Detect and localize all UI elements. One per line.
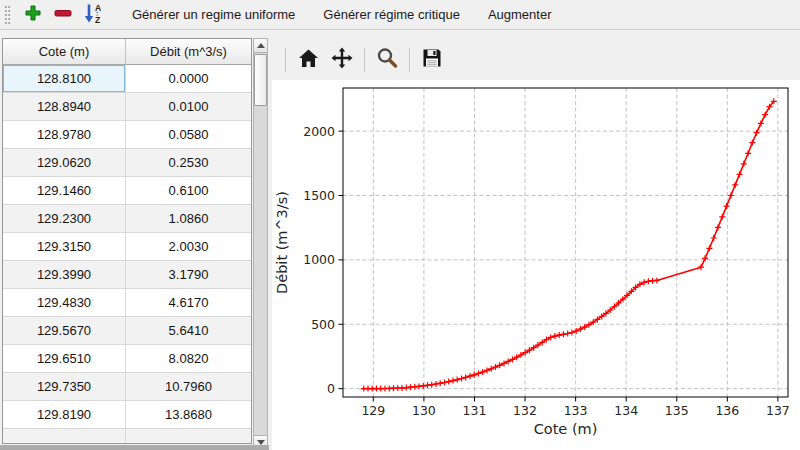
cell-cote[interactable]: 129.2300 [3,205,126,233]
table-bottom-edge [0,445,269,450]
data-series-line [364,101,774,388]
remove-row-button[interactable] [49,2,77,28]
y-axis-label: Débit (m^3/s) [274,191,290,294]
main-toolbar: A Z Générer un regime uniforme Générer r… [0,0,800,30]
cell-debit[interactable]: 1.0860 [126,205,251,233]
table-row: 128.97800.0580 [3,121,251,149]
cell-debit[interactable]: 5.6410 [126,317,251,345]
cell-cote[interactable]: 129.8190 [3,401,126,429]
scrollbar-thumb[interactable] [254,54,267,106]
y-tick-label: 2000 [303,124,335,139]
cell-cote[interactable]: 129.6510 [3,345,126,373]
table-row: 129.31502.0030 [3,233,251,261]
table-row [3,429,251,444]
x-tick-label: 136 [715,403,739,418]
plot-zoom-button[interactable] [372,45,402,75]
cell-debit[interactable]: 4.6170 [126,289,251,317]
axes-spines [343,88,788,397]
scrollbar-up-button[interactable] [254,39,267,53]
y-tick-label: 1000 [303,252,335,267]
cell-debit[interactable] [126,429,251,444]
x-tick-label: 134 [614,403,638,418]
x-tick-label: 135 [665,403,689,418]
x-tick-label: 130 [412,403,436,418]
augment-button[interactable]: Augmenter [477,3,563,27]
x-tick-label: 129 [361,403,385,418]
data-series-markers [361,98,777,391]
cell-cote[interactable]: 128.8940 [3,93,126,121]
table-row: 129.14600.6100 [3,177,251,205]
cell-cote[interactable]: 129.3990 [3,261,126,289]
cell-debit[interactable]: 0.0100 [126,93,251,121]
table-row: 129.819013.8680 [3,401,251,429]
cell-cote[interactable]: 129.0620 [3,149,126,177]
column-header-cote[interactable]: Cote (m) [3,39,126,65]
plot-canvas[interactable]: 1291301311321331341351361370500100015002… [272,80,800,450]
table-scrollbar[interactable] [253,38,268,450]
home-icon [297,47,320,74]
cell-debit[interactable]: 3.1790 [126,261,251,289]
y-tick-label: 500 [311,317,335,332]
cell-debit[interactable]: 13.8680 [126,401,251,429]
table-row: 129.48304.6170 [3,289,251,317]
cell-cote[interactable]: 129.5670 [3,317,126,345]
rating-curve-table: Cote (m) Débit (m^3/s) 128.81000.0000128… [2,38,252,444]
toolbar-drag-handle[interactable] [4,5,11,25]
plot-save-button[interactable] [417,45,447,75]
table-row: 129.06200.2530 [3,149,251,177]
cell-debit[interactable]: 10.7960 [126,373,251,401]
table-row: 129.23001.0860 [3,205,251,233]
cell-debit[interactable]: 0.2530 [126,149,251,177]
toolbar-separator [285,48,286,72]
table-row: 129.735010.7960 [3,373,251,401]
cell-cote[interactable]: 129.7350 [3,373,126,401]
table-header: Cote (m) Débit (m^3/s) [3,39,251,65]
minus-icon [53,3,73,27]
figure-canvas: 1291301311321331341351361370500100015002… [272,80,800,450]
plot-home-button[interactable] [293,45,323,75]
cell-cote[interactable]: 128.8100 [3,65,126,93]
cell-cote[interactable] [3,429,126,444]
svg-text:A: A [95,2,101,12]
table-body: 128.81000.0000128.89400.0100128.97800.05… [3,65,251,444]
x-tick-label: 132 [513,403,537,418]
y-tick-label: 1500 [303,188,335,203]
add-row-button[interactable] [19,2,47,28]
table-row: 129.65108.0820 [3,345,251,373]
cell-debit[interactable]: 0.0000 [126,65,251,93]
save-icon [421,47,443,73]
cell-cote[interactable]: 128.9780 [3,121,126,149]
cell-debit[interactable]: 8.0820 [126,345,251,373]
plus-icon [24,4,42,26]
sort-az-icon: A Z [82,2,104,28]
cell-cote[interactable]: 129.3150 [3,233,126,261]
plot-toolbar [280,44,449,76]
generate-uniform-regime-button[interactable]: Générer un regime uniforme [121,3,306,27]
plot-pan-button[interactable] [327,45,357,75]
y-tick-label: 0 [327,381,335,396]
table-row: 128.81000.0000 [3,65,251,93]
column-header-debit[interactable]: Débit (m^3/s) [126,39,251,65]
table-row: 128.89400.0100 [3,93,251,121]
x-tick-label: 137 [766,403,790,418]
table-row: 129.56705.6410 [3,317,251,345]
toolbar-separator [409,48,410,72]
toolbar-separator [364,48,365,72]
pan-icon [330,46,354,74]
cell-cote[interactable]: 129.4830 [3,289,126,317]
arrow-up-icon [257,43,265,48]
cell-debit[interactable]: 0.0580 [126,121,251,149]
x-axis-label: Cote (m) [534,421,598,437]
sort-button[interactable]: A Z [79,2,107,28]
table-row: 129.39903.1790 [3,261,251,289]
svg-text:Z: Z [95,15,100,24]
cell-debit[interactable]: 2.0030 [126,233,251,261]
x-tick-label: 133 [564,403,588,418]
cell-debit[interactable]: 0.6100 [126,177,251,205]
cell-cote[interactable]: 129.1460 [3,177,126,205]
generate-critical-regime-button[interactable]: Générer régime critique [312,3,471,27]
zoom-magnifier-icon [375,46,399,74]
x-tick-label: 131 [463,403,487,418]
